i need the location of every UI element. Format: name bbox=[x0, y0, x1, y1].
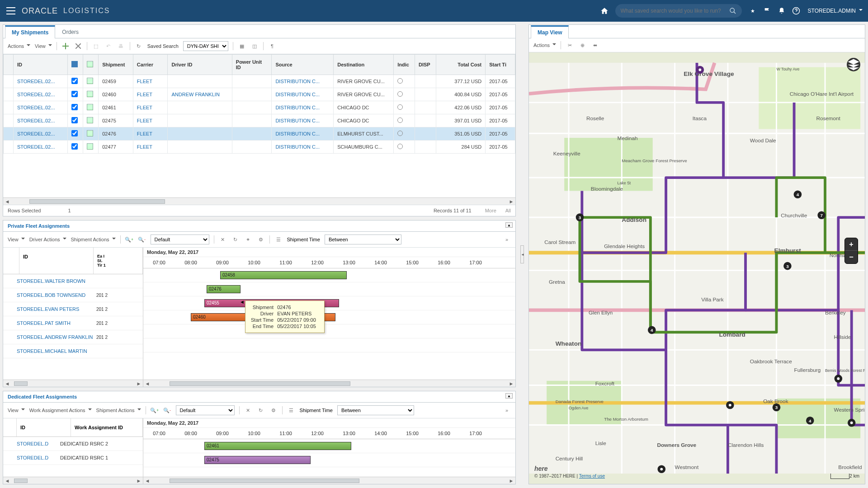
tab-orders[interactable]: Orders bbox=[55, 26, 85, 38]
grid-icon[interactable]: ▦ bbox=[238, 42, 246, 50]
row-spread-icon[interactable] bbox=[87, 130, 93, 136]
df-expand-icon[interactable]: » bbox=[503, 406, 511, 414]
df-zoom-select[interactable]: Default bbox=[176, 405, 235, 415]
col-start[interactable]: Start Ti bbox=[486, 55, 515, 75]
map-layers-icon[interactable] bbox=[847, 58, 860, 71]
table-row[interactable]: STOREDEL.02... 02461 FLEET DISTRIBUTION … bbox=[4, 101, 515, 114]
row-checkbox[interactable] bbox=[71, 130, 78, 136]
table-row[interactable]: STOREDEL.02... 02476 FLEET DISTRIBUTION … bbox=[4, 127, 515, 141]
col-destination[interactable]: Destination bbox=[334, 55, 394, 75]
col-power-unit[interactable]: Power Unit ID bbox=[232, 55, 272, 75]
df-refresh-icon[interactable]: ↻ bbox=[257, 406, 265, 414]
pf-zoom-select[interactable]: Default bbox=[151, 235, 209, 244]
collapse-dedicated-icon[interactable]: ▲ bbox=[505, 393, 513, 399]
df-list-icon[interactable]: ☰ bbox=[287, 406, 295, 414]
gantt-work-row[interactable]: STOREDEL.DDEDICATED RSRC 2 bbox=[3, 437, 143, 451]
home-icon[interactable] bbox=[597, 4, 612, 18]
pf-col-ea[interactable]: Ea ISt.Tir 1 bbox=[94, 248, 143, 274]
map-marker-10[interactable] bbox=[848, 419, 856, 427]
map-terms-link[interactable]: Terms of use bbox=[579, 474, 605, 479]
row-checkbox[interactable] bbox=[71, 143, 78, 150]
all-link[interactable]: All bbox=[505, 208, 511, 213]
gantt-bar[interactable]: 02475 bbox=[204, 456, 311, 464]
row-spread-icon[interactable] bbox=[87, 143, 93, 150]
col-driver[interactable]: Driver ID bbox=[168, 55, 232, 75]
df-cancel-icon[interactable]: ✕ bbox=[244, 406, 252, 414]
df-right-hscroll[interactable]: ◄► bbox=[143, 477, 515, 484]
pf-list-icon[interactable]: ☰ bbox=[274, 235, 283, 244]
df-work-actions[interactable]: Work Assignment Actions bbox=[29, 408, 92, 413]
table-row[interactable]: STOREDEL.02... 02475 FLEET DISTRIBUTION … bbox=[4, 114, 515, 127]
map-marker-7[interactable]: 3 bbox=[773, 404, 781, 412]
more-link[interactable]: More bbox=[485, 208, 496, 213]
flag-icon[interactable] bbox=[760, 4, 774, 18]
df-gantt-body[interactable]: 0246102475 bbox=[143, 439, 515, 477]
tab-my-shipments[interactable]: My Shipments bbox=[5, 25, 55, 38]
map-marker-5[interactable]: 4 bbox=[648, 326, 656, 334]
undo-icon[interactable]: ↶ bbox=[104, 42, 113, 50]
df-col-work[interactable]: Work Assignment ID bbox=[71, 418, 143, 436]
gantt-driver-row[interactable]: STOREDEL.PAT SMITH201 2 bbox=[3, 316, 143, 330]
zoom-in-icon[interactable]: 🔍+ bbox=[125, 235, 133, 244]
map-marker-1[interactable]: 3 bbox=[576, 213, 584, 221]
export-icon[interactable]: ⬚ bbox=[92, 42, 100, 50]
delete-icon[interactable] bbox=[74, 42, 82, 50]
view-menu[interactable]: View bbox=[35, 43, 52, 49]
pf-view-menu[interactable]: View bbox=[8, 237, 25, 242]
flag-column-icon[interactable] bbox=[71, 61, 78, 67]
map-marker-4[interactable]: 3 bbox=[783, 262, 792, 270]
table-row[interactable]: STOREDEL.02... 02477 FLEET DISTRIBUTION … bbox=[4, 141, 515, 154]
map-marker-2[interactable]: 4 bbox=[794, 190, 802, 198]
tab-map-view[interactable]: Map View bbox=[531, 25, 569, 38]
saved-search-box[interactable] bbox=[615, 4, 742, 18]
map-zoom-out[interactable]: − bbox=[845, 251, 858, 263]
dedicated-fleet-title[interactable]: Dedicated Fleet Assignments bbox=[3, 391, 515, 403]
df-shipment-actions[interactable]: Shipment Actions bbox=[96, 408, 141, 413]
map-canvas[interactable]: Elk Grove Village Chicago O'Hare Int'l A… bbox=[529, 52, 865, 484]
pf-driver-actions[interactable]: Driver Actions bbox=[29, 237, 66, 242]
df-zoom-in-icon[interactable]: 🔍+ bbox=[151, 406, 159, 414]
row-spread-icon[interactable] bbox=[87, 104, 93, 110]
df-view-menu[interactable]: View bbox=[8, 408, 25, 413]
pf-right-hscroll[interactable]: ◄► bbox=[143, 380, 515, 387]
pf-settings-icon[interactable]: ⚙ bbox=[257, 235, 265, 244]
pf-left-hscroll[interactable]: ◄► bbox=[3, 380, 143, 387]
gantt-driver-row[interactable]: STOREDEL.BOB TOWNSEND201 2 bbox=[3, 288, 143, 302]
row-spread-icon[interactable] bbox=[87, 117, 93, 123]
gantt-driver-row[interactable]: STOREDEL.ANDREW FRANKLIN201 2 bbox=[3, 330, 143, 344]
df-left-hscroll[interactable]: ◄► bbox=[3, 477, 143, 484]
add-icon[interactable] bbox=[61, 42, 70, 50]
splitter[interactable]: ◄ bbox=[519, 24, 525, 484]
spread-column-icon[interactable] bbox=[87, 61, 93, 67]
map-tool3-icon[interactable]: ⬌ bbox=[591, 41, 599, 49]
detach-icon[interactable]: ◫ bbox=[250, 42, 259, 50]
saved-search-input[interactable] bbox=[621, 8, 729, 14]
row-spread-icon[interactable] bbox=[87, 91, 93, 97]
pf-shipment-actions[interactable]: Shipment Actions bbox=[71, 237, 116, 242]
map-marker-9[interactable] bbox=[835, 375, 843, 383]
map-marker-6[interactable] bbox=[726, 401, 734, 409]
pf-expand-icon[interactable]: » bbox=[503, 235, 511, 244]
col-carrier[interactable]: Carrier bbox=[133, 55, 168, 75]
df-col-id[interactable]: ID bbox=[17, 418, 71, 436]
row-checkbox[interactable] bbox=[71, 117, 78, 123]
star-icon[interactable]: ★ bbox=[745, 4, 760, 18]
table-hscroll[interactable]: ◄► bbox=[3, 197, 515, 205]
pf-gantt-body[interactable]: Shipment02476 DriverEVAN PETERS Start Ti… bbox=[143, 268, 515, 380]
col-shipment[interactable]: Shipment bbox=[99, 55, 133, 75]
col-id[interactable]: ID bbox=[13, 55, 67, 75]
row-checkbox[interactable] bbox=[71, 78, 78, 84]
map-marker-8[interactable]: 4 bbox=[806, 417, 814, 425]
help-icon[interactable] bbox=[789, 4, 803, 18]
gantt-driver-row[interactable]: STOREDEL.WALTER BROWN bbox=[3, 274, 143, 288]
map-tool1-icon[interactable]: ✂ bbox=[566, 41, 574, 49]
pf-col-id[interactable]: ID bbox=[19, 248, 94, 274]
map-marker-3[interactable]: 7 bbox=[817, 211, 826, 219]
row-checkbox[interactable] bbox=[71, 104, 78, 110]
gantt-driver-row[interactable]: STOREDEL.EVAN PETERS201 2 bbox=[3, 302, 143, 316]
df-settings-icon[interactable]: ⚙ bbox=[269, 406, 278, 414]
map-marker-11[interactable] bbox=[657, 465, 665, 474]
df-shipment-time-select[interactable]: Between bbox=[337, 405, 414, 415]
row-checkbox[interactable] bbox=[71, 91, 78, 97]
user-menu[interactable]: STOREDEL.ADMIN bbox=[808, 8, 863, 14]
